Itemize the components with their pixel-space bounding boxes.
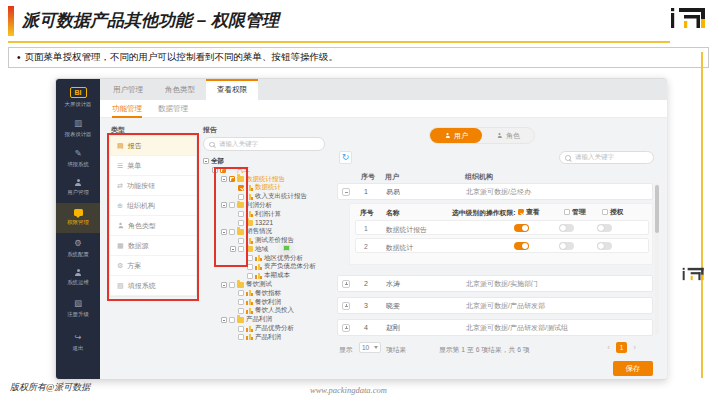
user-row[interactable]: 1 易易 北京派可数据/总经办 [337,183,653,200]
tree-node[interactable]: 产品利润 [203,333,333,342]
permission-detail-panel: 序号 名称 选中级别的操作权限: 查看 管理 授权 1 数据统计报告 [349,203,653,265]
checkbox-icon[interactable] [238,290,244,296]
sidebar-item-system-config[interactable]: 系统配置 [56,233,100,263]
checkbox-icon[interactable] [238,308,244,314]
permission-row: 1 数据统计报告 [355,220,649,235]
page-1-button[interactable]: 1 [616,342,627,353]
column-header-seq: 序号 [361,172,375,182]
column-header-org: 组织机构 [465,172,493,182]
checkbox-icon[interactable] [238,326,244,332]
user-view-button[interactable]: 用户 [430,128,482,143]
chart-icon [246,290,253,296]
sidebar-item-report-designer[interactable]: 报表设计器 [56,113,100,143]
tree-node[interactable]: 餐饮测试 [203,280,333,289]
title-accent-bar [8,6,14,36]
manage-toggle-off[interactable] [559,242,574,250]
annotation-box-types [107,133,199,301]
chart-icon [255,255,262,261]
sidebar-item-screen-designer[interactable]: BI 大屏设计器 [56,83,100,113]
search-icon [209,141,216,148]
manage-toggle-off[interactable] [559,224,574,232]
permission-icon [74,209,83,216]
sidebar-item-upgrade[interactable]: 注册升级 [56,293,100,323]
subtab-bar: 功能管理 数据管理 [100,100,667,118]
exit-icon [74,332,81,342]
ops-person-icon [75,269,82,276]
role-view-button[interactable]: 角色 [482,128,534,143]
refresh-button[interactable] [339,151,352,164]
tab-view-permission[interactable]: 查看权限 [206,79,258,100]
user-row[interactable]: 4 赵刚 北京派可数据/产品研发部/测试组 [337,319,653,336]
tab-role-type[interactable]: 角色类型 [154,79,206,100]
tab-user-manage[interactable]: 用户管理 [102,79,154,100]
tree-node[interactable]: 餐饮指标 [203,289,333,298]
user-row[interactable]: 2 水涛 北京派可数据/实施部门 [337,275,653,292]
collapse-icon[interactable] [221,317,227,323]
perm-option-auth[interactable]: 授权 [602,207,624,217]
website-url: www.packingdata.com [310,385,387,395]
auth-toggle-off[interactable] [597,242,612,250]
perm-option-manage[interactable]: 管理 [564,207,586,217]
checkbox-checked-icon[interactable] [518,209,524,215]
page-size-show-label: 显示 [339,345,353,355]
prev-page-button[interactable]: ‹ [603,342,614,353]
subtab-function-manage[interactable]: 功能管理 [112,100,142,118]
view-toggle-on[interactable] [514,242,529,250]
checkbox-icon[interactable] [564,209,570,215]
tree-node[interactable]: 餐饮人员投入 [203,307,333,316]
checkbox-icon[interactable] [247,273,253,279]
auth-toggle-off[interactable] [597,224,612,232]
scrollbar[interactable] [655,183,659,335]
expand-icon[interactable] [342,280,350,288]
gear-icon [74,238,82,248]
checkbox-icon[interactable] [238,334,244,340]
chart-icon [255,273,262,279]
chart-icon [246,326,253,332]
collapse-icon[interactable] [203,158,209,164]
scrollbar-thumb[interactable] [655,185,659,233]
tree-node[interactable]: 产品优势分析 [203,324,333,333]
sidebar-item-filling-system[interactable]: 填报系统 [56,143,100,173]
checkbox-icon[interactable] [229,282,235,288]
user-row[interactable]: 3 晓雯 北京派可数据/产品研发部 [337,297,653,314]
tree-search-input[interactable]: 请输入关键字 [203,137,325,151]
annotation-box-tree-checkboxes [214,167,248,267]
checkbox-icon[interactable] [238,299,244,305]
tree-node[interactable]: 本期成本 [203,271,333,280]
checkbox-icon[interactable] [602,209,608,215]
tree-node[interactable]: 餐饮利润 [203,298,333,307]
sidebar-item-user-manage[interactable]: 用户管理 [56,173,100,203]
permission-panel: 用户 角色 请输入关键字 序号 用户 组织机构 1 易易 北京派可数据/总经办 [337,123,659,381]
folder-icon [237,317,244,323]
tree-node[interactable]: 全部 [203,157,333,166]
sidebar-item-system-ops[interactable]: 系统运维 [56,263,100,293]
page-size-results-label: 项结果 [386,345,406,355]
filling-system-icon [74,148,81,158]
chart-icon [246,308,253,314]
page-size-select[interactable]: 10 [359,342,381,353]
copyright-text: 版权所有@派可数据 [10,381,90,394]
app-sidebar: BI 大屏设计器 报表设计器 填报系统 用户管理 权限管理 系统配置 [56,79,100,379]
app-icon [283,245,290,251]
report-designer-icon [74,118,82,128]
collapse-icon[interactable] [221,282,227,288]
expand-icon[interactable] [342,302,350,310]
perm-option-view[interactable]: 查看 [518,207,540,217]
tree-node[interactable]: 产品利润 [203,315,333,324]
subtab-data-manage[interactable]: 数据管理 [158,100,188,118]
bullet-box: 页面菜单授权管理，不同的用户可以控制看到不同的菜单、按钮等操作级。 [8,47,709,68]
sidebar-item-exit[interactable]: 退出 [56,327,100,357]
checkbox-icon[interactable] [229,317,235,323]
sidebar-item-permission[interactable]: 权限管理 [56,203,100,233]
collapse-icon[interactable] [342,188,350,196]
search-icon [565,154,572,161]
save-button[interactable]: 保存 [613,361,653,376]
chart-icon [246,299,253,305]
bullet-marker [17,52,21,63]
upgrade-icon [74,298,82,308]
next-page-button[interactable]: › [629,342,640,353]
expand-icon[interactable] [342,324,350,332]
bullet-text: 页面菜单授权管理，不同的用户可以控制看到不同的菜单、按钮等操作级。 [25,51,339,64]
user-search-input[interactable]: 请输入关键字 [559,151,654,164]
view-toggle-on[interactable] [514,224,529,232]
